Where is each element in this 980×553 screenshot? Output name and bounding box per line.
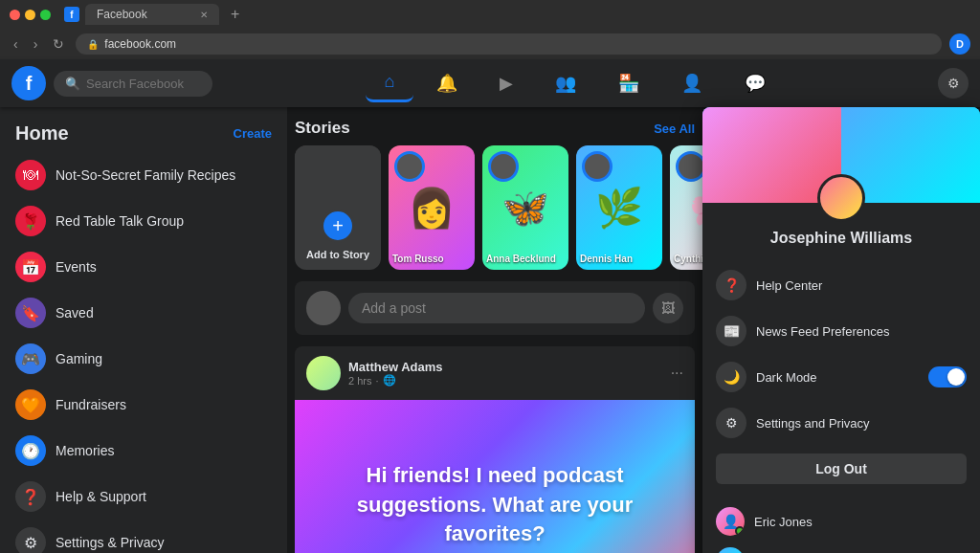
nav-messenger[interactable]: 💬	[725, 64, 785, 102]
story-avatar-3	[582, 151, 612, 182]
stories-title: Stories	[295, 119, 350, 138]
sidebar-label-family-recipes: Not-So-Secret Family Recipes	[56, 167, 235, 183]
new-tab-button[interactable]: +	[225, 6, 245, 23]
nav-notifications[interactable]: 🔔	[417, 64, 477, 102]
tab-close-button[interactable]: ✕	[200, 10, 208, 20]
story-card-cynthia[interactable]: 🌸 Cynthia Lopez	[670, 145, 702, 270]
profile-dropdown: Josephine Williams ❓ Help Center 📰 News …	[702, 107, 980, 553]
story-name-3: Dennis Han	[580, 254, 658, 264]
address-bar[interactable]: 🔒 facebook.com	[76, 33, 942, 55]
facebook-container: f 🔍 ⌂ 🔔 ▶ 👥 🏪 👤 💬 ⚙ Home Create 🍽 Not-So…	[0, 59, 980, 553]
sidebar-item-events[interactable]: 📅 Events	[8, 244, 279, 290]
toggle-knob	[947, 368, 965, 386]
dropdown-dark-mode[interactable]: 🌙 Dark Mode	[702, 354, 980, 400]
composer-input[interactable]: Add a post	[348, 293, 645, 323]
sidebar-label-fundraisers: Fundraisers	[56, 397, 126, 412]
friend-eric-jones[interactable]: 👤 Eric Jones	[702, 501, 980, 542]
help-center-icon: ❓	[716, 270, 746, 300]
close-button[interactable]	[10, 10, 20, 20]
back-button[interactable]: ‹	[10, 34, 22, 54]
post-card-matthew: Matthew Adams 2 hrs · 🌐 ··· Hi friends! …	[295, 346, 695, 553]
stories-header: Stories See All	[295, 119, 695, 138]
sidebar-item-help[interactable]: ❓ Help & Support	[8, 474, 279, 520]
lock-icon: 🔒	[87, 39, 99, 50]
settings-privacy-icon: ⚙	[716, 408, 746, 438]
nav-groups[interactable]: 👤	[662, 64, 722, 102]
dropdown-settings-privacy[interactable]: ⚙ Settings and Privacy	[702, 400, 980, 446]
right-panel: Josephine Williams ❓ Help Center 📰 News …	[702, 59, 980, 553]
browser-chrome: f Facebook ✕ +	[0, 0, 980, 29]
sidebar-label-settings: Settings & Privacy	[56, 535, 165, 550]
post-header: Matthew Adams 2 hrs · 🌐 ···	[295, 346, 695, 400]
browser-favicon: f	[64, 7, 79, 22]
stories-section: Stories See All + Add to Story 👩	[287, 119, 702, 270]
browser-tab[interactable]: Facebook ✕	[85, 4, 219, 25]
post-more-button[interactable]: ···	[671, 365, 683, 382]
post-composer[interactable]: Add a post 🖼	[295, 281, 695, 335]
nav-video[interactable]: ▶	[480, 64, 532, 102]
traffic-lights	[10, 10, 51, 20]
profile-name: Josephine Williams	[716, 230, 967, 247]
composer-avatar	[306, 291, 341, 325]
sidebar-item-memories[interactable]: 🕐 Memories	[8, 428, 279, 474]
settings-privacy-label: Settings and Privacy	[756, 416, 870, 431]
search-bar[interactable]: 🔍	[54, 71, 212, 97]
story-card-dennis[interactable]: 🌿 Dennis Han	[576, 145, 662, 270]
tab-title: Facebook	[97, 8, 147, 21]
maximize-button[interactable]	[40, 10, 51, 20]
logout-button[interactable]: Log Out	[716, 453, 967, 484]
dropdown-news-feed[interactable]: 📰 News Feed Preferences	[702, 308, 980, 354]
fundraisers-icon: 🧡	[15, 389, 46, 420]
red-table-icon: 🌹	[15, 206, 46, 236]
story-avatar-1	[394, 151, 425, 182]
settings-gear-button[interactable]: ⚙	[938, 68, 969, 99]
friend-cynthia-lopez[interactable]: 👤 Cynthia Lopez	[702, 542, 980, 553]
create-button[interactable]: Create	[234, 126, 272, 141]
family-recipes-icon: 🍽	[15, 160, 46, 190]
dark-mode-toggle[interactable]	[928, 366, 967, 387]
sidebar-item-family-recipes[interactable]: 🍽 Not-So-Secret Family Recipes	[8, 152, 279, 198]
facebook-logo[interactable]: f	[11, 66, 46, 100]
left-sidebar: Home Create 🍽 Not-So-Secret Family Recip…	[0, 59, 287, 553]
sidebar-label-memories: Memories	[56, 443, 114, 458]
gaming-icon: 🎮	[15, 343, 46, 374]
main-feed: Stories See All + Add to Story 👩	[287, 59, 702, 553]
sidebar-label-events: Events	[56, 259, 97, 275]
composer-photo-button[interactable]: 🖼	[653, 293, 683, 323]
add-story-card[interactable]: + Add to Story	[295, 145, 381, 270]
story-card-anna[interactable]: 🦋 Anna Becklund	[482, 145, 568, 270]
address-bar-row: ‹ › ↻ 🔒 facebook.com D	[0, 29, 980, 59]
sidebar-item-gaming[interactable]: 🎮 Gaming	[8, 336, 279, 382]
friend-avatar-cynthia: 👤	[716, 547, 745, 553]
post-author-avatar	[306, 356, 341, 390]
nav-right: ⚙	[938, 68, 969, 99]
globe-icon: 🌐	[383, 374, 396, 387]
settings-icon: ⚙	[15, 527, 46, 553]
add-story-label: Add to Story	[306, 249, 369, 260]
refresh-button[interactable]: ↻	[49, 34, 68, 54]
see-all-button[interactable]: See All	[654, 122, 695, 136]
sidebar-item-fundraisers[interactable]: 🧡 Fundraisers	[8, 382, 279, 428]
dark-mode-label: Dark Mode	[756, 370, 817, 385]
forward-button[interactable]: ›	[30, 34, 42, 54]
nav-marketplace[interactable]: 🏪	[599, 64, 658, 102]
story-card-tom[interactable]: 👩 Tom Russo	[389, 145, 475, 270]
nav-home[interactable]: ⌂	[366, 64, 414, 102]
news-feed-label: News Feed Preferences	[756, 324, 889, 339]
nav-friends[interactable]: 👥	[536, 64, 595, 102]
friends-list: 👤 Eric Jones 👤 Cynthia Lopez 👤	[702, 494, 980, 553]
search-input[interactable]	[86, 77, 201, 91]
sidebar-item-red-table[interactable]: 🌹 Red Table Talk Group	[8, 198, 279, 244]
post-meta: Matthew Adams 2 hrs · 🌐	[348, 360, 663, 387]
minimize-button[interactable]	[25, 10, 35, 20]
browser-profile-icon[interactable]: D	[949, 33, 970, 55]
profile-main-avatar[interactable]	[817, 174, 865, 222]
sidebar-item-saved[interactable]: 🔖 Saved	[8, 290, 279, 336]
news-feed-icon: 📰	[716, 316, 746, 346]
sidebar-item-settings[interactable]: ⚙ Settings & Privacy	[8, 520, 279, 553]
feed-content: Stories See All + Add to Story 👩	[287, 107, 702, 553]
post-author-name: Matthew Adams	[348, 360, 663, 374]
post-text: Hi friends! I need podcast suggestions. …	[314, 461, 676, 549]
top-navigation: f 🔍 ⌂ 🔔 ▶ 👥 🏪 👤 💬 ⚙	[0, 59, 980, 107]
dropdown-help-center[interactable]: ❓ Help Center	[702, 262, 980, 308]
